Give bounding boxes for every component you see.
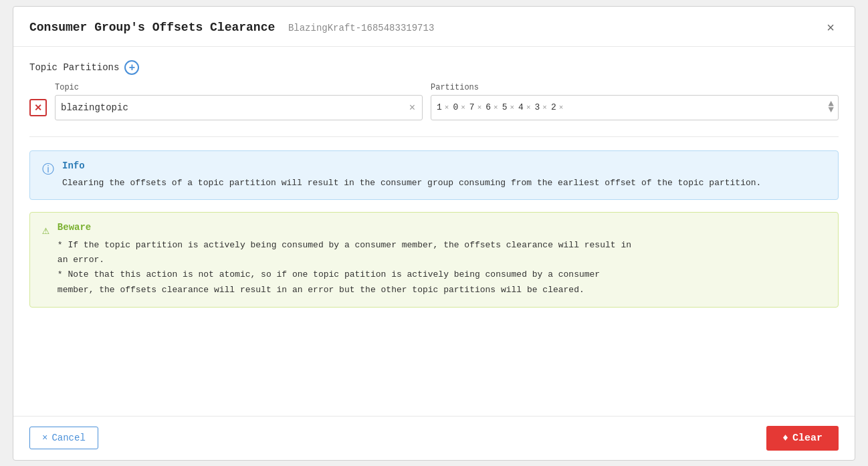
partition-tag-2: 2 ×	[551, 102, 563, 112]
close-button[interactable]: ×	[823, 19, 839, 37]
partition-4-remove[interactable]: ×	[526, 104, 531, 112]
dialog-subtitle: BlazingKraft-1685483319713	[288, 23, 434, 33]
partition-tag-0: 0 ×	[453, 102, 465, 112]
info-icon: ⓘ	[42, 161, 54, 191]
beware-text: * If the topic partition is actively bei…	[58, 238, 631, 297]
divider-1	[29, 136, 839, 137]
clear-label: Clear	[792, 433, 823, 444]
info-title: Info	[62, 160, 761, 171]
clear-button[interactable]: ♦ Clear	[766, 426, 839, 451]
dialog-body: Topic Partitions + Topic Partitions	[13, 47, 855, 416]
topic-col-label-group: Topic	[55, 83, 423, 92]
column-labels-row: Topic Partitions	[29, 83, 839, 92]
section-label: Topic Partitions	[29, 62, 119, 73]
partition-1-remove[interactable]: ×	[445, 104, 449, 112]
topic-input[interactable]	[61, 102, 408, 113]
topic-partitions-section: Topic Partitions + Topic Partitions	[29, 60, 839, 123]
partition-2-remove[interactable]: ×	[559, 104, 564, 112]
warning-icon: ⚠	[42, 223, 49, 297]
beware-box: ⚠ Beware * If the topic partition is act…	[29, 212, 839, 307]
beware-line2: an error.	[58, 255, 104, 265]
partition-6-remove[interactable]: ×	[494, 104, 498, 112]
partition-0-remove[interactable]: ×	[461, 104, 465, 112]
title-group: Consumer Group's Offsets Clearance Blazi…	[29, 21, 434, 34]
partition-tag-6: 6 ×	[485, 102, 498, 112]
partitions-input-group: 1 × 0 × 7 × 6 × 5 × 4 × 3 × 2 × ▲ ▼	[431, 95, 839, 120]
info-text: Clearing the offsets of a topic partitio…	[62, 177, 761, 191]
topic-input-row: ✕ × 1 × 0 × 7 × 6 ×	[29, 95, 839, 120]
beware-line1: * If the topic partition is actively bei…	[58, 240, 631, 250]
partition-tag-4: 4 ×	[518, 102, 530, 112]
section-header: Topic Partitions +	[29, 60, 839, 75]
beware-title: Beware	[58, 222, 631, 233]
partition-5-remove[interactable]: ×	[510, 104, 515, 112]
partition-3-remove[interactable]: ×	[542, 104, 547, 112]
partitions-col-label: Partitions	[431, 83, 839, 92]
partition-tag-5: 5 ×	[502, 102, 514, 112]
cancel-icon: ×	[42, 433, 47, 443]
clear-action-icon: ♦	[782, 433, 788, 444]
partitions-arrow: ▲ ▼	[829, 101, 834, 114]
remove-topic-button[interactable]: ✕	[29, 99, 47, 116]
partition-7-remove[interactable]: ×	[477, 104, 482, 112]
cancel-button[interactable]: × Cancel	[29, 427, 98, 449]
partition-tag-1: 1 ×	[437, 102, 449, 112]
partition-tag-3: 3 ×	[535, 102, 547, 112]
dialog-title: Consumer Group's Offsets Clearance	[29, 21, 275, 34]
topic-col-label: Topic	[55, 83, 423, 92]
info-box: ⓘ Info Clearing the offsets of a topic p…	[29, 150, 839, 201]
beware-line4: member, the offsets clearance will resul…	[58, 285, 584, 295]
beware-content: Beware * If the topic partition is activ…	[58, 222, 631, 297]
column-labels: Topic Partitions	[55, 83, 839, 92]
dialog-footer: × Cancel ♦ Clear	[13, 416, 855, 460]
beware-line3: * Note that this action is not atomic, s…	[58, 269, 600, 279]
cancel-label: Cancel	[51, 433, 85, 443]
dialog-header: Consumer Group's Offsets Clearance Blazi…	[13, 7, 855, 47]
topic-input-group: ×	[55, 95, 423, 120]
dialog: Consumer Group's Offsets Clearance Blazi…	[13, 6, 855, 461]
topic-input-wrapper: ×	[55, 95, 423, 120]
partitions-col-label-group: Partitions	[431, 83, 839, 92]
add-topic-partition-button[interactable]: +	[124, 60, 139, 75]
partitions-wrapper[interactable]: 1 × 0 × 7 × 6 × 5 × 4 × 3 × 2 × ▲ ▼	[431, 95, 839, 120]
topic-clear-button[interactable]: ×	[408, 102, 417, 114]
partition-tag-7: 7 ×	[469, 102, 481, 112]
remove-icon: ✕	[34, 102, 42, 113]
info-content: Info Clearing the offsets of a topic par…	[62, 160, 761, 191]
topic-input-cols: × 1 × 0 × 7 × 6 × 5 × 4 × 3 × 2 ×	[55, 95, 839, 120]
